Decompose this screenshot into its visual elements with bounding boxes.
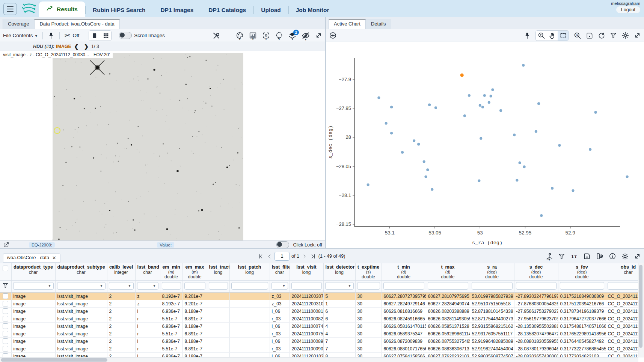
filter-input-lsst_visit[interactable] <box>291 282 322 290</box>
recenter-button[interactable]: ▼ <box>262 32 270 39</box>
filter-select-dataproduct_subtype[interactable]: ▼ <box>57 282 106 290</box>
column-header-dataproduct_type[interactable]: dataproduct_typechar <box>11 263 55 281</box>
column-header-t_min[interactable]: t_min(d)double <box>382 263 426 281</box>
nav-tab-dp1-images[interactable]: DP1 Images <box>153 3 201 17</box>
filter-input-t_max[interactable] <box>428 282 468 290</box>
table-tab[interactable]: ivoa.ObsCore - data ✕ <box>3 253 60 263</box>
layers-button[interactable]: ▼2 <box>288 32 296 39</box>
row-checkbox[interactable] <box>3 331 8 336</box>
column-header-lsst_visit[interactable]: lsst_visitlong <box>290 263 323 281</box>
filter-input-em_max[interactable] <box>184 282 205 290</box>
hamburger-menu-button[interactable] <box>3 3 17 15</box>
column-header-s_fov[interactable]: s_fov(deg)double <box>558 263 606 281</box>
row-checkbox[interactable] <box>3 338 8 344</box>
region-select-button[interactable]: ▼ <box>275 32 283 39</box>
nav-tab-dp1-catalogs[interactable]: DP1 Catalogs <box>201 3 253 17</box>
last-page-button[interactable] <box>309 253 317 260</box>
stretch-histogram-button[interactable]: ▼ <box>249 32 257 39</box>
chart-save-button[interactable] <box>586 32 593 39</box>
chart-zoom-reset-button[interactable]: 1x <box>573 32 581 39</box>
page-number-input[interactable] <box>274 252 290 261</box>
column-header-lsst_tract[interactable]: lsst_tractlong <box>207 263 229 281</box>
nav-tab-job-monitor[interactable]: Job Monitor <box>288 3 337 17</box>
fits-image[interactable] <box>53 53 243 240</box>
close-icon[interactable]: ✕ <box>52 255 56 261</box>
filter-input-em_min[interactable] <box>162 282 181 290</box>
column-header-lsst_detector[interactable]: lsst_detectorlong <box>323 263 355 281</box>
table-row[interactable]: imagelsst.visit_image2i6.936e-78.188e-7i… <box>0 308 638 315</box>
tab-active-chart[interactable]: Active Chart <box>329 19 366 29</box>
table-row[interactable]: imagelsst.visit_image2r5.51e-76.891e-7r_… <box>0 345 638 353</box>
filter-select-dataproduct_type[interactable]: ▼ <box>13 282 54 290</box>
column-header-t_exptime[interactable]: t_exptime(s)double <box>355 263 382 281</box>
row-checkbox[interactable] <box>3 293 8 299</box>
filter-select-lsst_band[interactable]: ▼ <box>137 282 158 290</box>
column-header-lsst_patch[interactable]: lsst_patchlong <box>229 263 270 281</box>
table-vertical-scrollbar[interactable] <box>638 263 644 357</box>
filter-select-lsst_filter[interactable]: ▼ <box>271 282 288 290</box>
hdu-next-button[interactable]: ❯ <box>84 43 89 50</box>
row-checkbox[interactable] <box>3 316 8 321</box>
popout-image-button[interactable] <box>3 242 9 248</box>
filter-input-s_fov[interactable] <box>560 282 604 290</box>
add-column-button[interactable] <box>596 252 604 260</box>
filter-input-s_ra[interactable] <box>472 282 513 290</box>
nav-tab-upload[interactable]: Upload <box>253 3 288 17</box>
logout-button[interactable]: Logout <box>616 6 640 13</box>
chart-zoom-tool[interactable] <box>536 31 547 41</box>
row-checkbox[interactable] <box>3 323 8 329</box>
column-header-lsst_filter[interactable]: lsst_filterchar <box>270 263 290 281</box>
hdu-prev-button[interactable]: ❮ <box>74 43 79 50</box>
column-header-calib_level[interactable]: calib_levelinteger <box>107 263 135 281</box>
table-save-button[interactable] <box>583 252 591 260</box>
chart-filter-button[interactable] <box>610 32 617 39</box>
column-header-s_dec[interactable]: s_dec(deg)double <box>514 263 558 281</box>
filter-select-calib_level[interactable]: ▼ <box>109 282 134 290</box>
next-page-button[interactable] <box>301 253 308 260</box>
column-header-em_max[interactable]: em_max(m)double <box>182 263 207 281</box>
table-row[interactable]: imagelsst.visit_image2z8.192e-79.201e-7z… <box>0 293 638 300</box>
chart-refresh-button[interactable] <box>598 32 605 39</box>
grid-view-button[interactable] <box>100 31 111 41</box>
column-header-obs_id[interactable]: obs_idchar <box>606 263 638 281</box>
filter-input-obs_id[interactable] <box>608 282 639 290</box>
filter-input-lsst_tract[interactable] <box>209 282 228 290</box>
expand-table-panel-button[interactable] <box>634 253 641 260</box>
table-filter-button[interactable] <box>558 253 565 260</box>
expand-image-panel-button[interactable] <box>315 32 322 39</box>
table-row[interactable]: imagelsst.visit_image2z8.192e-79.201e-7z… <box>0 300 638 308</box>
chart-settings-button[interactable] <box>621 32 629 39</box>
pin-image-button[interactable] <box>47 32 55 39</box>
row-checkbox[interactable] <box>3 346 8 351</box>
table-row[interactable]: imagelsst.visit_image2i6.936e-78.188e-7i… <box>0 338 638 345</box>
pin-chart-button[interactable] <box>523 32 531 39</box>
chart-pan-tool[interactable] <box>547 31 558 41</box>
filter-select-lsst_detector[interactable]: ▼ <box>325 282 354 290</box>
scatter-chart[interactable]: −27.9−27.95−28−28.05−28.1−28.1553.153.05… <box>326 42 644 248</box>
row-checkbox[interactable] <box>3 301 8 306</box>
column-header-s_ra[interactable]: s_ra(deg)double <box>470 263 514 281</box>
chart-select-tool[interactable] <box>558 31 569 41</box>
column-header-dataproduct_subtype[interactable]: dataproduct_subtypechar <box>55 263 107 281</box>
column-header-em_min[interactable]: em_min(m)double <box>160 263 182 281</box>
table-options-button[interactable] <box>621 252 629 260</box>
tab-details[interactable]: Details <box>366 19 391 29</box>
color-palette-button[interactable]: ▼ <box>236 32 244 39</box>
filter-input-s_dec[interactable] <box>516 282 557 290</box>
row-checkbox[interactable] <box>3 308 8 314</box>
hide-overlays-button[interactable]: ▼ <box>302 32 310 40</box>
file-contents-dropdown[interactable]: File Contents▼ <box>3 33 38 38</box>
filter-input-t_min[interactable] <box>383 282 424 290</box>
expand-chart-panel-button[interactable] <box>634 32 641 39</box>
single-view-button[interactable] <box>89 31 100 41</box>
table-horizontal-scrollbar[interactable] <box>0 357 638 362</box>
table-row[interactable]: imagelsst.visit_image2i6.936e-78.188e-7i… <box>0 353 638 358</box>
table-row[interactable]: imagelsst.visit_image2r5.51e-76.891e-7r_… <box>0 315 638 323</box>
table-row[interactable]: imagelsst.visit_image2r5.51e-76.891e-7r_… <box>0 330 638 338</box>
prev-page-button[interactable] <box>266 253 273 260</box>
column-header-lsst_band[interactable]: lsst_bandchar <box>135 263 160 281</box>
nav-tab-results[interactable]: Results <box>39 2 85 17</box>
filter-input-lsst_patch[interactable] <box>231 282 268 290</box>
image-tools-button[interactable] <box>212 32 220 40</box>
nav-tab-rubin-hips-search[interactable]: Rubin HiPS Search <box>85 3 153 17</box>
